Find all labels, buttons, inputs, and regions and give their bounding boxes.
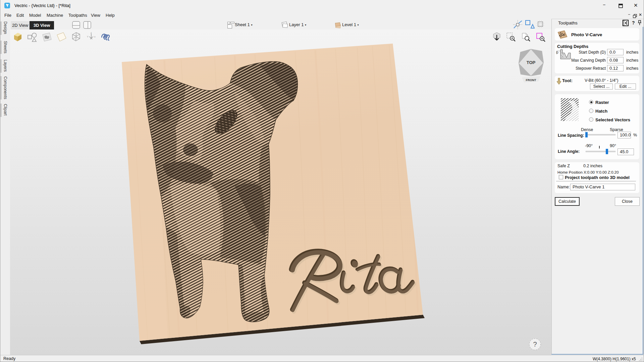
svg-text:z: z <box>91 32 92 34</box>
svg-text:Y: Y <box>87 36 89 38</box>
svg-text:TOP: TOP <box>527 60 536 65</box>
svg-text:?: ? <box>533 341 537 348</box>
svg-text:D: D <box>556 51 558 54</box>
svg-text:x: x <box>94 36 96 38</box>
svg-text:FRONT: FRONT <box>526 78 536 82</box>
